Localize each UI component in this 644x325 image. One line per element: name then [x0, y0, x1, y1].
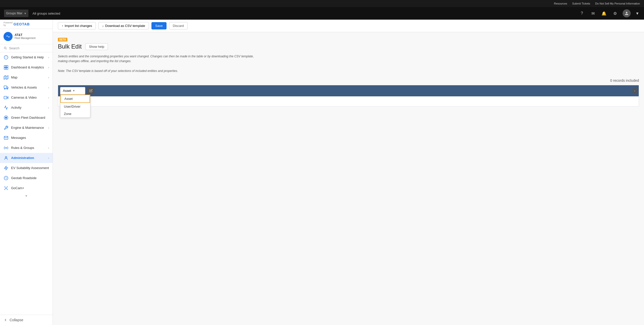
sidebar-item-label: Engine & Maintenance [11, 126, 46, 130]
sidebar-item-messages[interactable]: Messages [0, 133, 53, 143]
mail-icon-btn[interactable]: ✉ [589, 10, 596, 17]
discard-btn[interactable]: Discard [169, 22, 188, 29]
chevron-icon: › [48, 96, 49, 99]
entity-type-dropdown-btn[interactable]: Asset ▼ [60, 87, 85, 95]
green-fleet-icon [4, 115, 9, 120]
page-content: BETA Bulk Edit Show help Selects entitie… [53, 32, 644, 325]
messages-icon [4, 135, 9, 140]
administration-icon [4, 155, 9, 160]
show-help-btn[interactable]: Show help [85, 43, 108, 50]
entity-selected-value: Asset [63, 89, 71, 93]
gocam-icon [4, 186, 9, 191]
sidebar-item-label: GoCam+ [11, 186, 49, 190]
main-content: ↑ Import list changes ↓ Download as CSV … [53, 20, 644, 325]
svg-point-8 [7, 88, 8, 89]
rules-icon [4, 145, 9, 150]
sidebar-item-cameras[interactable]: Cameras & Video › [0, 93, 53, 103]
svg-rect-6 [4, 86, 7, 88]
svg-rect-9 [4, 96, 7, 99]
all-groups-text: All groups selected [32, 12, 60, 15]
sidebar-item-label: Cameras & Video [11, 96, 46, 99]
table-body [58, 96, 639, 106]
bell-icon-btn[interactable]: 🔔 [600, 10, 608, 17]
sidebar-item-label: Rules & Groups [11, 146, 46, 150]
vehicles-icon [4, 85, 9, 90]
brand-info: AT&T Fleet Management [15, 33, 35, 39]
sidebar-item-label: Messages [11, 136, 49, 140]
sidebar-item-geotab-roadside[interactable]: Geotab Roadside [0, 173, 53, 183]
dropdown-item-user-driver[interactable]: User/Driver [60, 103, 90, 110]
engine-icon [4, 125, 9, 130]
page-title: Bulk Edit [58, 43, 82, 50]
sidebar-item-green-fleet[interactable]: Green Fleet Dashboard [0, 113, 53, 123]
download-csv-template-btn[interactable]: ↓ Download as CSV template [98, 22, 149, 29]
chevron-icon: › [48, 156, 49, 159]
groups-filter[interactable]: Groups filter ▼ [4, 10, 28, 17]
sidebar-item-map[interactable]: Map › [0, 72, 53, 83]
sidebar-item-vehicles[interactable]: Vehicles & Assets › [0, 83, 53, 93]
sidebar-item-label: Dashboard & Analytics [11, 65, 46, 69]
table-container: Asset ▼ Asset User/Driver Zone [58, 85, 639, 107]
sidebar-item-label: Map [11, 75, 46, 79]
activity-icon [4, 105, 9, 110]
sidebar-item-administration[interactable]: Administration › [0, 153, 53, 163]
sidebar-item-label: Vehicles & Assets [11, 86, 46, 89]
import-list-changes-btn[interactable]: ↑ Import list changes [58, 22, 96, 29]
submit-tickets-link[interactable]: Submit Tickets [572, 2, 590, 5]
svg-point-13 [6, 188, 7, 189]
dropdown-item-asset[interactable]: Asset [60, 95, 90, 103]
resources-link[interactable]: Resources [554, 2, 567, 5]
brand-icon [4, 32, 13, 41]
sidebar-item-activity[interactable]: Activity › [0, 103, 53, 113]
sidebar-brand: AT&T Fleet Management [0, 29, 53, 44]
scroll-right-btn[interactable]: › [633, 88, 637, 93]
sidebar-item-dashboard[interactable]: Dashboard & Analytics › [0, 62, 53, 72]
user-avatar[interactable] [623, 9, 631, 17]
sidebar-item-gocam[interactable]: GoCam+ [0, 183, 53, 193]
sidebar-item-label: Activity [11, 106, 46, 109]
search-icon: Search [9, 46, 19, 50]
getting-started-icon [4, 55, 9, 60]
layout: Poweredby GEOTAB AT&T Fleet Management S… [0, 20, 644, 325]
save-btn[interactable]: Save [151, 22, 167, 29]
cameras-icon [4, 95, 9, 100]
dashboard-icon [4, 65, 9, 70]
sidebar-item-rules[interactable]: Rules & Groups › [0, 143, 53, 153]
svg-rect-5 [6, 68, 8, 69]
page-description: Selects entities and the corresponding p… [58, 54, 259, 73]
svg-point-7 [4, 88, 5, 89]
download-icon: ↓ [102, 24, 104, 28]
chevron-icon: › [48, 66, 49, 69]
sidebar-item-label: Administration [11, 156, 46, 160]
dropdown-item-zone[interactable]: Zone [60, 110, 90, 117]
help-icon-btn[interactable]: ? [578, 10, 585, 17]
nav-right: ? ✉ 🔔 ⚙ ▾ [578, 9, 640, 17]
svg-point-10 [6, 147, 7, 149]
user-dropdown-btn[interactable]: ▾ [635, 10, 640, 17]
settings-icon-btn[interactable]: ⚙ [612, 10, 619, 17]
svg-rect-4 [4, 68, 6, 69]
sidebar-collapse-btn[interactable]: Collapse [0, 315, 53, 325]
do-not-sell-link[interactable]: Do Not Sell My Personal Information [595, 2, 640, 5]
sidebar-item-label: EV Suitability Assessment [11, 166, 49, 170]
beta-badge: BETA [58, 37, 639, 43]
groups-filter-label: Groups filter [6, 12, 22, 15]
collapse-label: Collapse [10, 318, 23, 322]
brand-sub: Fleet Management [15, 37, 35, 39]
sidebar-search[interactable]: Search [0, 44, 53, 52]
edit-pencil-btn[interactable] [87, 87, 94, 94]
chevron-icon: › [48, 86, 49, 89]
entity-type-dropdown-wrapper: Asset ▼ Asset User/Driver Zone [60, 87, 85, 95]
sidebar-item-ev-suitability[interactable]: EV Suitability Assessment [0, 163, 53, 173]
sidebar-item-engine[interactable]: Engine & Maintenance › [0, 123, 53, 133]
sidebar: Poweredby GEOTAB AT&T Fleet Management S… [0, 20, 53, 325]
top-bar: Resources Submit Tickets Do Not Sell My … [0, 0, 644, 7]
sidebar-item-label: Geotab Roadside [11, 176, 49, 180]
table-header: Asset ▼ Asset User/Driver Zone [58, 85, 639, 96]
powered-text: Poweredby [4, 22, 13, 27]
chevron-icon: › [48, 76, 49, 79]
sidebar-item-getting-started[interactable]: Getting Started & Help › [0, 52, 53, 62]
scroll-indicator: ▼ [0, 193, 53, 199]
svg-rect-2 [4, 65, 6, 67]
records-count: 0 records included [58, 78, 639, 83]
